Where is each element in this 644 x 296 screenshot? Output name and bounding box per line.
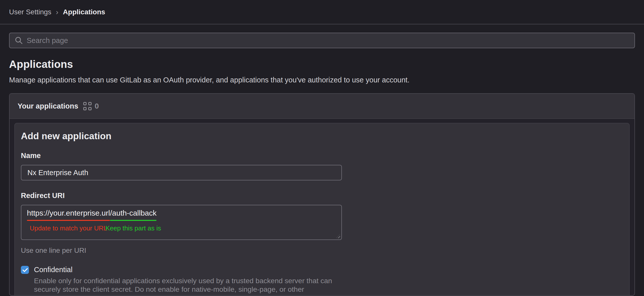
top-navigation-bar: User Settings › Applications — [0, 0, 644, 24]
search-input[interactable]: Search page — [9, 33, 635, 48]
confidential-checkbox[interactable] — [21, 266, 29, 274]
chevron-right-icon: › — [56, 8, 58, 16]
page-title: Applications — [9, 58, 635, 70]
page-description: Manage applications that can use GitLab … — [9, 76, 635, 84]
green-underline — [110, 220, 156, 221]
annotation-update-url: Update to match your URL — [30, 224, 107, 232]
textarea-resize-handle[interactable] — [336, 234, 340, 238]
your-applications-body: Add new application Name Redirect URI ht… — [10, 119, 634, 296]
redirect-uri-path-segment: /auth-callback Keep this part as is — [110, 209, 156, 217]
confidential-row: Confidential — [21, 266, 623, 274]
search-placeholder: Search page — [27, 36, 68, 45]
breadcrumb-current-page: Applications — [63, 8, 105, 16]
form-title: Add new application — [21, 131, 623, 141]
search-icon — [15, 36, 23, 45]
redirect-uri-field: Redirect URI https://your.enterprise.url… — [21, 191, 623, 255]
redirect-uri-value: https://your.enterprise.url Update to ma… — [27, 209, 336, 217]
applications-count-badge: 0 — [95, 102, 99, 110]
name-input[interactable] — [21, 165, 342, 180]
red-underline — [27, 220, 110, 221]
name-field: Name — [21, 152, 623, 180]
add-application-form: Add new application Name Redirect URI ht… — [14, 123, 630, 296]
page-content: Search page Applications Manage applicat… — [0, 33, 644, 296]
confidential-description: Enable only for confidential application… — [34, 276, 340, 296]
redirect-uri-label: Redirect URI — [21, 191, 623, 200]
your-applications-card: Your applications 0 Add new application … — [9, 93, 635, 296]
name-label: Name — [21, 152, 623, 160]
your-applications-header: Your applications 0 — [10, 94, 634, 119]
redirect-uri-helper: Use one line per URI — [21, 246, 623, 255]
your-applications-title: Your applications — [18, 102, 78, 110]
redirect-uri-host-segment: https://your.enterprise.url Update to ma… — [27, 209, 110, 217]
confidential-label[interactable]: Confidential — [34, 266, 72, 274]
redirect-uri-textarea[interactable]: https://your.enterprise.url Update to ma… — [21, 205, 342, 240]
applications-grid-icon — [83, 102, 92, 110]
annotation-keep-part: Keep this part as is — [105, 224, 161, 232]
breadcrumb: User Settings › Applications — [9, 8, 105, 16]
breadcrumb-user-settings[interactable]: User Settings — [9, 8, 51, 16]
